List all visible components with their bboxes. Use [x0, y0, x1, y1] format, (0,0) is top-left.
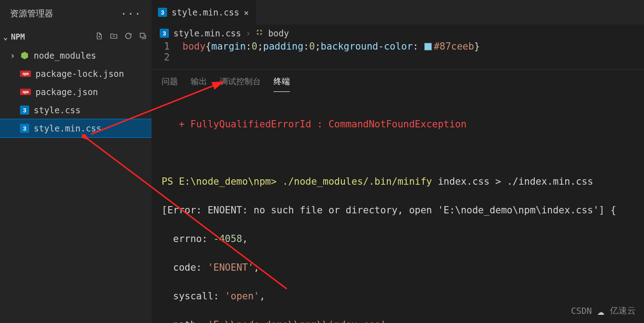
section-header[interactable]: ⌄ NPM: [0, 27, 152, 46]
tab-active[interactable]: 3 style.min.css ✕: [152, 0, 256, 25]
code-editor[interactable]: 1 body{margin:0;padding:0;background-col…: [152, 41, 644, 69]
css3-icon: 3: [160, 29, 169, 38]
refresh-icon[interactable]: [124, 32, 132, 42]
npm-icon: [20, 89, 31, 95]
watermark-alt: 亿速云: [610, 305, 636, 317]
chevron-right-icon: ›: [10, 50, 15, 61]
symbol-icon: [255, 28, 264, 38]
watermark: CSDN ☁ 亿速云: [571, 304, 636, 318]
breadcrumb-file: style.min.css: [173, 28, 241, 38]
css3-icon: 3: [20, 124, 29, 133]
tree-item-label: node_modules: [34, 50, 96, 61]
breadcrumb[interactable]: 3 style.min.css › body: [152, 25, 644, 41]
tab-label: style.min.css: [172, 7, 239, 17]
terminal[interactable]: + FullyQualifiedErrorId : CommandNotFoun…: [152, 92, 644, 323]
svg-rect-0: [140, 33, 144, 37]
tab-output[interactable]: 输出: [191, 76, 207, 92]
tabs-bar: 3 style.min.css ✕: [152, 0, 644, 25]
nodejs-icon: [20, 51, 29, 60]
tree-item-file-selected[interactable]: 3 style.min.css: [0, 119, 152, 137]
tree-item-label: style.min.css: [34, 123, 101, 133]
main-area: 3 style.min.css ✕ 3 style.min.css › body…: [152, 0, 644, 323]
editor-line: 1 body{margin:0;padding:0;background-col…: [152, 41, 644, 52]
editor-line: 2: [152, 52, 644, 63]
more-icon[interactable]: ···: [121, 8, 142, 20]
watermark-text: CSDN: [571, 306, 592, 316]
line-number: 2: [152, 52, 183, 63]
tree-item-folder[interactable]: › node_modules: [0, 46, 152, 65]
close-icon[interactable]: ✕: [244, 8, 249, 17]
new-folder-icon[interactable]: [110, 32, 118, 42]
color-swatch[interactable]: [424, 43, 432, 50]
panel-tabs: 问题 输出 调试控制台 终端: [152, 70, 644, 92]
css3-icon: 3: [158, 8, 167, 17]
tree-item-label: style.css: [34, 105, 81, 115]
tree-item-file[interactable]: package.json: [0, 83, 152, 101]
terminal-error: + FullyQualifiedErrorId : CommandNotFoun…: [162, 119, 467, 130]
cloud-icon: ☁: [597, 304, 604, 318]
section-label: NPM: [11, 32, 25, 41]
tree-item-label: package.json: [35, 87, 98, 97]
breadcrumb-symbol: body: [268, 28, 289, 38]
tab-debug-console[interactable]: 调试控制台: [220, 76, 261, 92]
css3-icon: 3: [20, 106, 29, 115]
tree-item-label: package-lock.json: [35, 69, 124, 79]
tree-item-file[interactable]: 3 style.css: [0, 101, 152, 119]
tree-item-file[interactable]: package-lock.json: [0, 65, 152, 83]
tab-terminal[interactable]: 终端: [274, 76, 290, 92]
tab-problems[interactable]: 问题: [162, 76, 178, 92]
file-tree: › node_modules package-lock.json package…: [0, 46, 152, 137]
explorer-sidebar: 资源管理器 ··· ⌄ NPM › no: [0, 0, 152, 323]
line-number: 1: [152, 41, 183, 52]
explorer-header: 资源管理器 ···: [0, 0, 152, 27]
bottom-panel: 问题 输出 调试控制台 终端 + FullyQualifiedErrorId :…: [152, 69, 644, 323]
new-file-icon[interactable]: [95, 32, 103, 42]
chevron-down-icon: ⌄: [2, 32, 9, 41]
chevron-right-icon: ›: [246, 28, 251, 38]
npm-icon: [20, 71, 31, 77]
collapse-icon[interactable]: [139, 32, 147, 42]
explorer-title: 资源管理器: [10, 8, 53, 20]
